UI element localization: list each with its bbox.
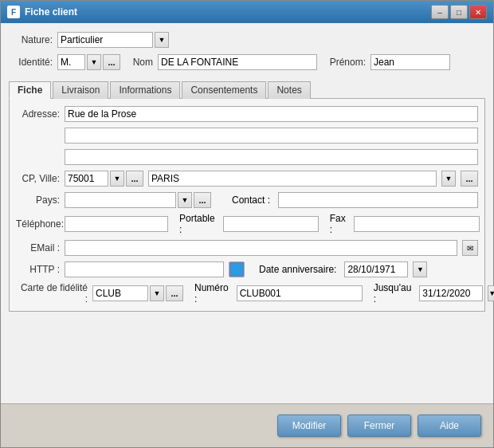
carte-row: Carte de fidélité : ▼ ... Numéro : Jusqu… — [16, 282, 478, 305]
fermer-button[interactable]: Fermer — [347, 415, 411, 437]
tab-notes[interactable]: Notes — [268, 81, 310, 99]
nature-row: Nature: ▼ — [9, 31, 485, 49]
portable-label: Portable : — [179, 213, 215, 235]
pays-contact-row: Pays: ▼ ... Contact : — [16, 191, 478, 209]
identite-label: Identité: — [9, 57, 53, 68]
carte-dropdown-btn[interactable]: ▼ — [150, 285, 164, 301]
numero-label: Numéro : — [194, 282, 229, 305]
email-icon-btn[interactable]: ✉ — [462, 240, 478, 256]
pays-input[interactable] — [65, 192, 176, 208]
nature-group: ▼ — [57, 32, 169, 48]
email-input[interactable] — [65, 240, 457, 256]
pays-group: ▼ ... — [65, 192, 211, 208]
close-button[interactable]: ✕ — [469, 5, 487, 19]
tab-content-fiche: Adresse: CP, Ville: ▼ . — [9, 99, 485, 312]
carte-input[interactable] — [92, 285, 148, 301]
fax-label: Fax : — [330, 213, 346, 235]
main-window: F Fiche client – □ ✕ Nature: ▼ Identité:… — [0, 0, 494, 448]
jusquau-input[interactable] — [419, 285, 483, 301]
http-date-row: HTTP : 🌐 Date anniversaire: ▼ — [16, 261, 478, 278]
modifier-button[interactable]: Modifier — [277, 415, 341, 437]
aide-button[interactable]: Aide — [418, 415, 481, 437]
tab-fiche[interactable]: Fiche — [9, 81, 51, 99]
globe-icon-btn[interactable]: 🌐 — [229, 261, 245, 277]
adresse-input[interactable] — [65, 106, 478, 122]
nom-label: Nom — [125, 57, 153, 68]
nature-input[interactable] — [57, 32, 153, 48]
email-row: EMail : ✉ — [16, 239, 478, 257]
numero-input[interactable] — [237, 285, 363, 301]
ville-dots-btn[interactable]: ... — [461, 171, 478, 187]
prenom-input[interactable] — [370, 54, 450, 70]
carte-dots-btn[interactable]: ... — [166, 285, 183, 301]
civilite-input[interactable] — [57, 54, 85, 70]
tab-consentements[interactable]: Consentements — [182, 81, 266, 99]
adresse-row2 — [16, 127, 478, 144]
tab-section: Fiche Livraison Informations Consentemen… — [9, 79, 485, 312]
prenom-label: Prénom: — [322, 57, 366, 68]
contact-label: Contact : — [232, 195, 270, 206]
nature-dropdown-btn[interactable]: ▼ — [155, 32, 169, 48]
fax-input[interactable] — [354, 216, 480, 232]
adresse-row: Adresse: — [16, 105, 478, 123]
cp-dots-btn[interactable]: ... — [126, 171, 143, 187]
ville-input[interactable] — [148, 171, 437, 187]
contact-input[interactable] — [278, 192, 478, 208]
cp-dropdown-btn[interactable]: ▼ — [110, 171, 124, 187]
title-bar-left: F Fiche client — [7, 6, 77, 18]
email-label: EMail : — [16, 242, 60, 253]
civilite-group: ▼ ... — [57, 54, 120, 70]
tab-livraison[interactable]: Livraison — [53, 81, 108, 99]
cp-input[interactable] — [65, 171, 108, 187]
tabs: Fiche Livraison Informations Consentemen… — [9, 81, 485, 99]
restore-button[interactable]: □ — [450, 5, 468, 19]
adresse-label: Adresse: — [16, 108, 60, 120]
adresse-input3[interactable] — [65, 149, 478, 165]
adresse-row3 — [16, 148, 478, 166]
pays-label: Pays: — [16, 195, 60, 206]
ville-dropdown-btn[interactable]: ▼ — [441, 171, 456, 187]
date-anniv-input[interactable] — [344, 261, 408, 277]
cp-group: ▼ ... — [65, 171, 143, 187]
window-icon: F — [7, 6, 20, 18]
minimize-button[interactable]: – — [431, 5, 449, 19]
cp-label: CP, Ville: — [16, 173, 60, 184]
title-buttons: – □ ✕ — [431, 5, 487, 19]
civilite-dots-btn[interactable]: ... — [103, 54, 120, 70]
nature-label: Nature: — [9, 34, 53, 45]
form-content: Nature: ▼ Identité: ▼ ... Nom Prénom: Fi… — [1, 23, 493, 403]
nom-input[interactable] — [158, 54, 317, 70]
civilite-dropdown-btn[interactable]: ▼ — [87, 54, 101, 70]
portable-input[interactable] — [223, 216, 319, 232]
tab-informations[interactable]: Informations — [110, 81, 180, 99]
cp-ville-row: CP, Ville: ▼ ... ▼ ... — [16, 170, 478, 187]
jusquau-label: Jusqu'au : — [374, 282, 412, 305]
carte-label: Carte de fidélité : — [16, 282, 88, 305]
tel-row: Téléphone: Portable : Fax : — [16, 213, 478, 235]
identite-row: Identité: ▼ ... Nom Prénom: — [9, 53, 485, 71]
pays-dots-btn[interactable]: ... — [194, 192, 211, 208]
http-input[interactable] — [65, 261, 224, 277]
http-label: HTTP : — [16, 264, 60, 275]
pays-dropdown-btn[interactable]: ▼ — [178, 192, 192, 208]
footer: Modifier Fermer Aide — [1, 403, 493, 447]
date-anniv-label: Date anniversaire: — [259, 264, 336, 275]
carte-group: ▼ ... — [92, 285, 183, 301]
jusquau-dropdown-btn[interactable]: ▼ — [488, 285, 494, 301]
title-bar: F Fiche client – □ ✕ — [1, 1, 493, 23]
window-title: Fiche client — [25, 6, 77, 18]
tel-input[interactable] — [65, 216, 168, 232]
globe-icon: 🌐 — [231, 264, 243, 275]
adresse-input2[interactable] — [65, 128, 478, 143]
tel-label: Téléphone: — [16, 218, 60, 230]
date-anniv-dropdown-btn[interactable]: ▼ — [413, 261, 427, 277]
